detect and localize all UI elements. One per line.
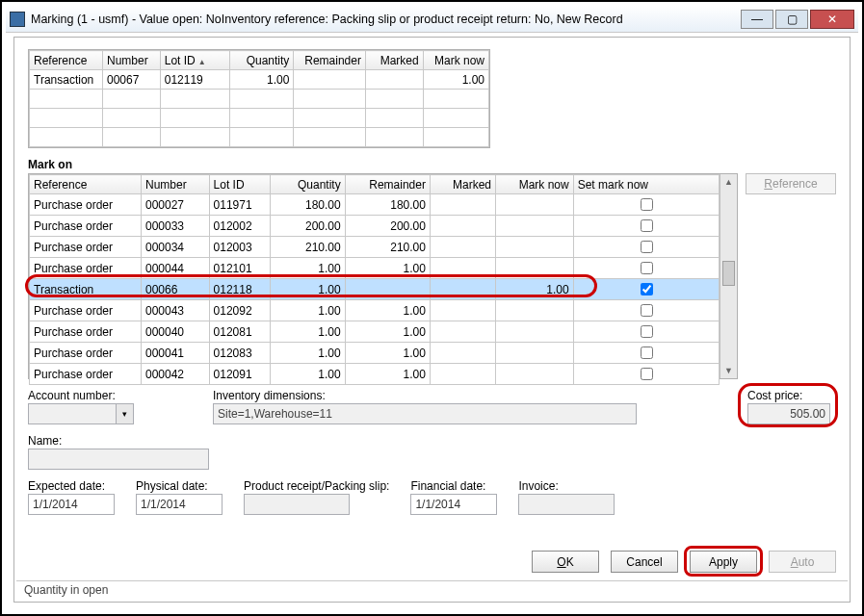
markon-col-number[interactable]: Number	[141, 175, 209, 194]
set-mark-now-checkbox[interactable]	[641, 346, 653, 359]
financial-date-field: Financial date:	[410, 479, 497, 515]
mark-on-label: Mark on	[28, 158, 836, 171]
col-lotid[interactable]: Lot ID▲	[160, 51, 230, 70]
expected-date-field: Expected date:	[28, 479, 115, 515]
col-marknow[interactable]: Mark now	[423, 51, 488, 70]
top-grid-row[interactable]: Transaction 00067 012119 1.00 1.00	[30, 70, 489, 90]
close-button[interactable]: ✕	[810, 10, 854, 29]
set-mark-now-checkbox[interactable]	[641, 304, 653, 317]
markon-grid[interactable]: ReferenceNumberLot IDQuantityRemainderMa…	[28, 173, 738, 379]
sort-asc-icon: ▲	[198, 58, 206, 66]
name-input[interactable]	[28, 449, 209, 470]
col-quantity[interactable]: Quantity	[230, 51, 294, 70]
invoice-field: Invoice:	[518, 479, 615, 515]
scroll-thumb[interactable]	[722, 261, 735, 286]
account-number-field: Account number: ▾	[28, 389, 192, 424]
dropdown-icon[interactable]: ▾	[117, 403, 134, 424]
inventory-dimensions-input[interactable]	[213, 403, 637, 424]
markon-row[interactable]: Transaction000660121181.001.00	[30, 279, 720, 300]
markon-row[interactable]: Purchase order0000410120831.001.00	[30, 343, 720, 364]
scroll-down-icon[interactable]: ▼	[720, 363, 737, 378]
app-icon	[10, 12, 25, 27]
markon-col-reference[interactable]: Reference	[30, 175, 142, 194]
set-mark-now-checkbox[interactable]	[641, 283, 653, 295]
name-field: Name:	[28, 434, 209, 470]
markon-row[interactable]: Purchase order000033012002200.00200.00	[30, 216, 720, 237]
markon-col-quantity[interactable]: Quantity	[270, 175, 345, 194]
inventory-dimensions-field: Inventory dimensions:	[213, 389, 726, 424]
set-mark-now-checkbox[interactable]	[641, 325, 653, 338]
ok-button[interactable]: OK	[532, 551, 599, 573]
window-title: Marking (1 - usmf) - Value open: NoInven…	[31, 13, 739, 26]
maximize-button[interactable]: ▢	[775, 10, 808, 29]
scroll-up-icon[interactable]: ▲	[720, 174, 737, 190]
expected-date-input[interactable]	[28, 494, 115, 515]
markon-row[interactable]: Purchase order0000440121011.001.00	[30, 258, 720, 279]
cost-price-field: Cost price:	[747, 389, 836, 424]
col-remainder[interactable]: Remainder	[294, 51, 366, 70]
markon-col-set-mark-now[interactable]: Set mark now	[573, 175, 719, 194]
top-grid[interactable]: Reference Number Lot ID▲ Quantity Remain…	[28, 49, 490, 148]
markon-col-mark-now[interactable]: Mark now	[496, 175, 574, 194]
physical-date-input[interactable]	[136, 494, 223, 515]
markon-row[interactable]: Purchase order0000400120811.001.00	[30, 321, 720, 343]
markon-row[interactable]: Purchase order0000430120921.001.00	[30, 300, 720, 321]
markon-row[interactable]: Purchase order000034012003210.00210.00	[30, 237, 720, 258]
markon-row[interactable]: Purchase order0000420120911.001.00	[30, 364, 720, 385]
markon-col-lot-id[interactable]: Lot ID	[209, 175, 270, 194]
set-mark-now-checkbox[interactable]	[641, 198, 653, 211]
auto-button: Auto	[769, 551, 836, 573]
markon-col-remainder[interactable]: Remainder	[345, 175, 430, 194]
minimize-button[interactable]: —	[741, 10, 773, 29]
markon-col-marked[interactable]: Marked	[430, 175, 495, 194]
set-mark-now-checkbox[interactable]	[641, 219, 653, 232]
invoice-input[interactable]	[518, 494, 615, 515]
set-mark-now-checkbox[interactable]	[641, 241, 653, 253]
col-number[interactable]: Number	[102, 51, 160, 70]
product-receipt-field: Product receipt/Packing slip:	[244, 479, 389, 515]
account-number-input[interactable]	[28, 403, 117, 424]
physical-date-field: Physical date:	[136, 479, 223, 515]
markon-row[interactable]: Purchase order000027011971180.00180.00	[30, 194, 720, 216]
status-bar: Quantity in open	[16, 580, 848, 602]
title-bar: Marking (1 - usmf) - Value open: NoInven…	[6, 6, 858, 33]
financial-date-input[interactable]	[410, 494, 497, 515]
col-reference[interactable]: Reference	[30, 51, 103, 70]
set-mark-now-checkbox[interactable]	[641, 368, 653, 380]
reference-button: Reference	[746, 173, 836, 194]
set-mark-now-checkbox[interactable]	[641, 262, 653, 274]
col-marked[interactable]: Marked	[365, 51, 423, 70]
cancel-button[interactable]: Cancel	[611, 551, 678, 573]
cost-price-input[interactable]	[747, 403, 830, 424]
apply-button[interactable]: Apply	[690, 551, 757, 573]
product-receipt-input[interactable]	[244, 494, 350, 515]
scrollbar[interactable]: ▲ ▼	[720, 174, 737, 378]
